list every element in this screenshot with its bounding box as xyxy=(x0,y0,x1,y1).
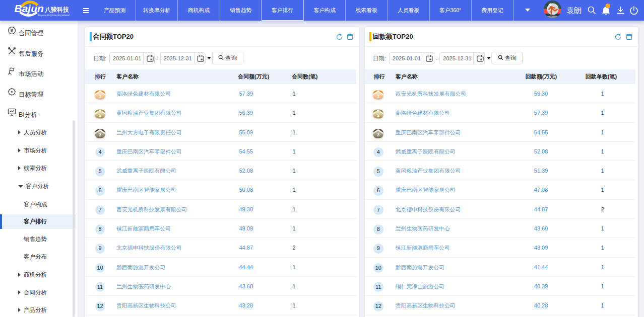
svg-text:3: 3 xyxy=(377,131,379,137)
svg-text:3: 3 xyxy=(99,131,101,137)
svg-text:2: 2 xyxy=(99,112,101,118)
svg-text:Bajun: Bajun xyxy=(15,3,44,14)
svg-text:1: 1 xyxy=(377,93,380,99)
svg-text:2: 2 xyxy=(377,112,379,118)
svg-text:1: 1 xyxy=(99,93,102,99)
svg-text:Anyone,Anytime,Anywhere!: Anyone,Anytime,Anywhere! xyxy=(38,14,70,17)
svg-text:八骏科技: 八骏科技 xyxy=(44,6,69,13)
